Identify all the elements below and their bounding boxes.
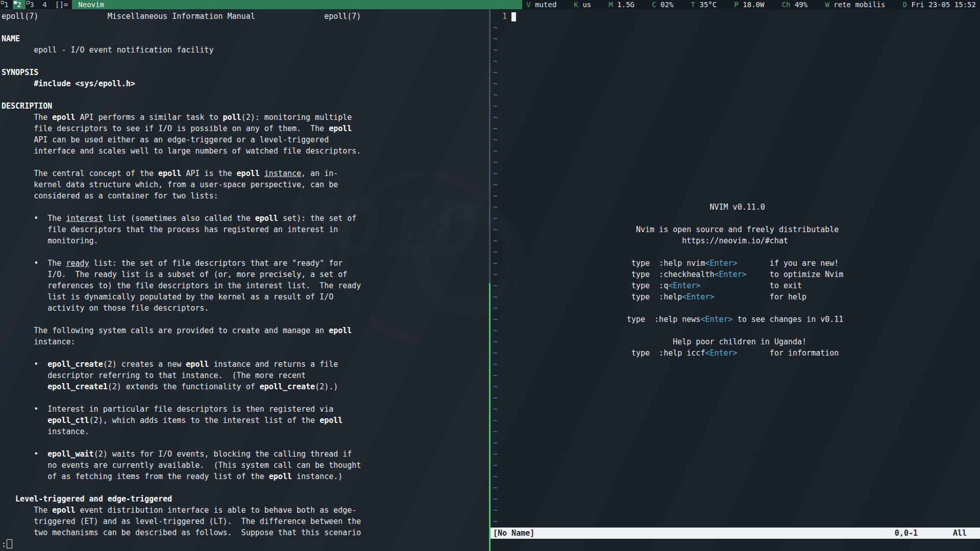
tag-2[interactable]: 2 (13, 0, 26, 9)
empty-line-tilde: ~ (493, 371, 498, 380)
empty-line-tilde: ~ (493, 68, 498, 77)
empty-line-tilde: ~ (493, 23, 498, 32)
empty-line-tilde: ~ (493, 348, 498, 358)
neovim-statusline: [No Name] 0,0-1 All (491, 528, 980, 539)
empty-line-tilde: ~ (493, 438, 498, 447)
empty-line-tilde: ~ (493, 90, 498, 99)
empty-line-tilde: ~ (493, 203, 498, 212)
empty-line-tilde: ~ (493, 236, 498, 245)
empty-line-tilde: ~ (493, 427, 498, 436)
window-divider[interactable] (489, 9, 491, 551)
status-bar: V mutedK usM 1.5GC 02%T 35°CP 18.0WCh 49… (522, 0, 980, 9)
empty-line-tilde: ~ (493, 259, 498, 268)
empty-line-tilde: ~ (493, 225, 498, 234)
line-number: 1 (502, 12, 507, 21)
status-item-K: K us (574, 0, 592, 9)
tag-client-indicator (1, 1, 4, 4)
neovim-buffer: 1 ~ ~ ~ ~ ~ ~ ~ ~ ~ ~ ~ ~ ~ ~ ~ ~ ~ NVIM… (493, 11, 843, 527)
empty-line-tilde: ~ (493, 416, 498, 425)
empty-line-tilde: ~ (493, 158, 498, 167)
empty-line-tilde: ~ (493, 494, 498, 504)
empty-line-tilde: ~ (493, 124, 498, 133)
terminal-man-page-pane[interactable]: epoll(7) Miscellaneous Information Manua… (0, 9, 489, 551)
empty-line-tilde: ~ (493, 135, 498, 144)
empty-line-tilde: ~ (493, 315, 498, 324)
man-page-content: epoll(7) Miscellaneous Information Manua… (2, 11, 361, 538)
empty-line-tilde: ~ (493, 506, 498, 515)
status-item-T: T 35°C (691, 0, 717, 9)
empty-line-tilde: ~ (493, 304, 498, 313)
empty-line-tilde: ~ (493, 517, 498, 526)
empty-line-tilde: ~ (493, 45, 498, 55)
empty-line-tilde: ~ (493, 281, 498, 290)
statusline-cursor-position: 0,0-1 (895, 528, 918, 539)
empty-line-tilde: ~ (493, 247, 498, 257)
status-item-Ch: Ch 49% (782, 0, 808, 9)
empty-line-tilde: ~ (493, 180, 498, 189)
empty-line-tilde: ~ (493, 191, 498, 201)
tag-1[interactable]: 1 (0, 0, 13, 9)
empty-line-tilde: ~ (493, 483, 498, 492)
empty-line-tilde: ~ (493, 57, 498, 66)
empty-line-tilde: ~ (493, 292, 498, 302)
status-item-P: P 18.0W (734, 0, 764, 9)
tag-client-indicator (27, 1, 30, 4)
empty-line-tilde: ~ (493, 449, 498, 459)
status-item-V: V muted (526, 0, 556, 9)
empty-line-tilde: ~ (493, 393, 498, 403)
layout-indicator[interactable]: []= (51, 0, 72, 9)
tag-3[interactable]: 3 (26, 0, 38, 9)
pager-prompt[interactable]: : (2, 539, 12, 550)
neovim-cursor (511, 12, 516, 21)
tag-list: 1234 (0, 0, 51, 9)
empty-line-tilde: ~ (493, 146, 498, 156)
empty-line-tilde: ~ (493, 34, 498, 43)
empty-line-tilde: ~ (493, 461, 498, 470)
status-item-D: D Fri 23-05 15:52 (903, 0, 976, 9)
tag-4[interactable]: 4 (38, 0, 51, 9)
empty-line-tilde: ~ (493, 382, 498, 391)
dwm-bar: 1234 []= Neovim V mutedK usM 1.5GC 02%T … (0, 0, 980, 9)
statusline-filename: [No Name] (493, 528, 534, 539)
empty-line-tilde: ~ (493, 405, 498, 414)
focused-window-title: Neovim (72, 0, 522, 9)
pager-prompt-char: : (2, 540, 6, 549)
status-item-C: C 02% (652, 0, 673, 9)
empty-line-tilde: ~ (493, 472, 498, 481)
empty-line-tilde: ~ (493, 337, 498, 346)
neovim-pane[interactable]: 1 ~ ~ ~ ~ ~ ~ ~ ~ ~ ~ ~ ~ ~ ~ ~ ~ ~ NVIM… (491, 9, 980, 551)
empty-line-tilde: ~ (493, 113, 498, 122)
empty-line-tilde: ~ (493, 326, 498, 335)
statusline-scroll-indicator: All (953, 528, 967, 539)
pager-cursor (7, 539, 12, 548)
empty-line-tilde: ~ (493, 214, 498, 223)
status-item-W: W rete mobilis (825, 0, 885, 9)
empty-line-tilde: ~ (493, 169, 498, 178)
neovim-command-line[interactable] (491, 539, 980, 551)
status-item-M: M 1.5G (608, 0, 634, 9)
tag-client-indicator (14, 1, 17, 4)
empty-line-tilde: ~ (493, 79, 498, 88)
empty-line-tilde: ~ (493, 102, 498, 111)
empty-line-tilde: ~ (493, 360, 498, 369)
empty-line-tilde: ~ (493, 270, 498, 279)
